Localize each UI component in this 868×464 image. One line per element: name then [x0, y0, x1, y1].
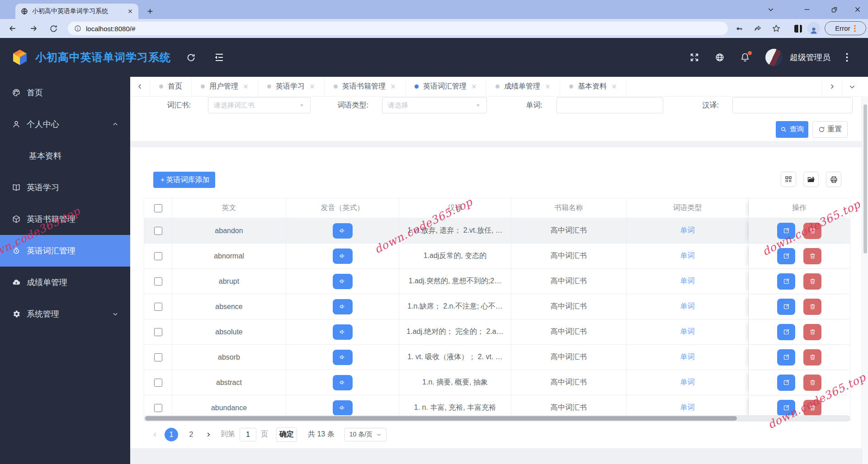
window-minimize-button[interactable] — [797, 0, 817, 19]
type-link[interactable]: 单词 — [680, 352, 695, 362]
row-checkbox[interactable] — [154, 227, 162, 235]
forward-button[interactable] — [26, 21, 41, 36]
play-pronunciation-button[interactable] — [333, 274, 353, 289]
play-pronunciation-button[interactable] — [333, 223, 353, 239]
page-number-current[interactable]: 1 — [165, 428, 178, 441]
edit-button[interactable] — [777, 375, 795, 391]
tab-english-vocabulary[interactable]: 英语词汇管理 — [406, 77, 486, 96]
row-checkbox[interactable] — [154, 353, 162, 361]
sidebar-item-system[interactable]: 系统管理 — [0, 298, 130, 330]
word-input[interactable] — [557, 97, 663, 113]
confirm-button[interactable]: 确定 — [276, 427, 297, 442]
delete-button[interactable] — [803, 400, 821, 416]
type-select[interactable]: 请选择 — [382, 97, 487, 113]
type-link[interactable]: 单词 — [680, 302, 695, 311]
row-checkbox[interactable] — [154, 252, 162, 260]
edit-button[interactable] — [777, 349, 795, 366]
tab-home[interactable]: 首页 — [150, 77, 192, 96]
sidebar-item-personal-center[interactable]: 个人中心 — [0, 108, 130, 140]
type-link[interactable]: 单词 — [680, 403, 695, 412]
edit-button[interactable] — [777, 223, 795, 239]
tabs-menu-chevron-icon[interactable] — [842, 77, 862, 96]
vertical-scrollbar[interactable] — [862, 96, 868, 464]
print-button[interactable] — [826, 172, 841, 187]
edit-button[interactable] — [777, 273, 795, 290]
sidebar-item-home[interactable]: 首页 — [0, 77, 130, 108]
row-checkbox[interactable] — [154, 303, 162, 311]
back-button[interactable] — [5, 21, 20, 36]
header-menu-dots-icon[interactable] — [846, 53, 848, 62]
delete-button[interactable] — [803, 349, 821, 366]
bookmark-star-icon[interactable] — [769, 21, 783, 36]
horizontal-scrollbar-thumb[interactable] — [145, 416, 737, 421]
sidebar-item-transcripts[interactable]: 成绩单管理 — [0, 267, 130, 298]
password-key-icon[interactable] — [732, 21, 746, 36]
tab-english-books[interactable]: 英语书籍管理 — [325, 77, 406, 96]
user-avatar[interactable] — [765, 49, 783, 66]
delete-button[interactable] — [803, 273, 821, 290]
tabs-scroll-left-icon[interactable] — [130, 77, 150, 96]
add-vocabulary-button[interactable]: ＋英语词库添加 — [153, 172, 215, 188]
error-badge[interactable]: Error — [825, 21, 866, 35]
sidebar-item-basic-info[interactable]: 基本资料 — [0, 140, 130, 172]
side-panel-icon[interactable] — [791, 21, 805, 36]
delete-button[interactable] — [803, 248, 821, 264]
edit-button[interactable] — [777, 324, 795, 340]
tab-transcripts[interactable]: 成绩单管理 — [486, 77, 560, 96]
delete-button[interactable] — [803, 324, 821, 340]
language-globe-icon[interactable] — [715, 52, 725, 62]
horizontal-scrollbar[interactable] — [144, 415, 850, 422]
browser-tab[interactable]: 小初高中英语单词学习系统 — [15, 4, 138, 19]
edit-button[interactable] — [777, 299, 795, 315]
play-pronunciation-button[interactable] — [333, 324, 353, 340]
url-bar[interactable]: localhost:8080/# — [68, 22, 728, 35]
tabs-scroll-right-icon[interactable] — [822, 77, 842, 96]
edit-button[interactable] — [777, 248, 795, 264]
type-link[interactable]: 单词 — [680, 251, 695, 261]
tab-close-icon[interactable] — [611, 84, 617, 89]
type-link[interactable]: 单词 — [680, 327, 695, 337]
play-pronunciation-button[interactable] — [333, 299, 353, 314]
select-all-checkbox[interactable] — [154, 204, 162, 212]
sidebar-item-english-books[interactable]: 英语书籍管理 — [0, 203, 130, 235]
play-pronunciation-button[interactable] — [333, 375, 353, 390]
next-page-icon[interactable] — [205, 431, 212, 438]
type-link[interactable]: 单词 — [680, 277, 695, 286]
row-checkbox[interactable] — [154, 277, 162, 286]
sidebar-item-english-vocabulary[interactable]: 英语词汇管理 — [0, 235, 130, 267]
delete-button[interactable] — [803, 223, 821, 239]
tab-close-icon[interactable] — [471, 84, 477, 89]
fullscreen-icon[interactable] — [689, 52, 699, 62]
play-pronunciation-button[interactable] — [333, 248, 353, 264]
delete-button[interactable] — [803, 299, 821, 315]
notification-bell-icon[interactable] — [740, 52, 750, 62]
row-checkbox[interactable] — [154, 379, 162, 387]
reload-button[interactable] — [46, 21, 61, 36]
refresh-icon[interactable] — [186, 53, 196, 62]
vertical-scrollbar-thumb[interactable] — [863, 104, 867, 253]
column-settings-button[interactable] — [781, 172, 796, 187]
type-link[interactable]: 单词 — [680, 378, 695, 387]
export-button[interactable] — [803, 172, 819, 187]
tab-close-icon[interactable] — [545, 84, 551, 89]
tab-close-icon[interactable] — [243, 84, 249, 89]
type-link[interactable]: 单词 — [680, 226, 695, 235]
sidebar-item-english-study[interactable]: 英语学习 — [0, 172, 130, 203]
delete-button[interactable] — [803, 375, 821, 391]
search-button[interactable]: 查询 — [776, 121, 808, 138]
collapse-menu-icon[interactable] — [214, 52, 225, 63]
tab-search-chevron-icon[interactable] — [760, 0, 781, 19]
prev-page-icon[interactable] — [152, 431, 158, 438]
play-pronunciation-button[interactable] — [333, 400, 353, 416]
page-size-select[interactable]: 10 条/页 — [344, 428, 387, 441]
tab-user-management[interactable]: 用户管理 — [192, 77, 258, 96]
site-info-icon[interactable] — [74, 25, 81, 32]
edit-button[interactable] — [777, 400, 795, 416]
new-tab-button[interactable] — [144, 5, 156, 18]
book-select[interactable]: 请选择词汇书 — [208, 97, 311, 113]
reset-button[interactable]: 重置 — [812, 121, 848, 138]
browser-profile-avatar[interactable] — [807, 22, 820, 35]
tab-basic-info[interactable]: 基本资料 — [560, 77, 627, 96]
share-icon[interactable] — [750, 21, 765, 36]
window-close-button[interactable] — [847, 0, 868, 19]
